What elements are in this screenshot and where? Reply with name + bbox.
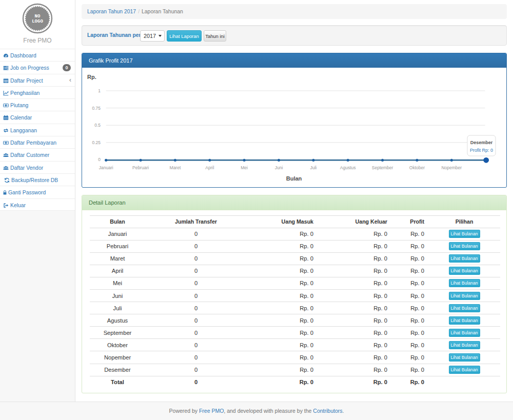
svg-text:Nopember: Nopember [441, 165, 462, 170]
svg-text:0.25: 0.25 [92, 140, 101, 145]
svg-text:Rp.: Rp. [87, 74, 96, 80]
svg-text:Agustus: Agustus [340, 165, 356, 170]
svg-text:Desember: Desember [470, 140, 493, 145]
svg-text:Juni: Juni [275, 165, 283, 170]
svg-text:September: September [372, 165, 393, 170]
svg-text:Bulan: Bulan [286, 175, 302, 182]
svg-text:Profit Rp: 0: Profit Rp: 0 [470, 148, 493, 153]
svg-text:LOGO: LOGO [32, 19, 43, 24]
svg-text:Mei: Mei [241, 165, 248, 170]
svg-text:Pebruari: Pebruari [132, 165, 149, 170]
svg-text:Januari: Januari [99, 165, 113, 170]
svg-text:NO: NO [35, 14, 41, 19]
svg-text:April: April [205, 165, 214, 170]
svg-text:0: 0 [98, 157, 101, 162]
svg-text:0.75: 0.75 [92, 106, 101, 111]
svg-text:1: 1 [98, 88, 101, 93]
svg-text:Maret: Maret [170, 165, 181, 170]
svg-text:Juli: Juli [310, 165, 317, 170]
svg-text:0.5: 0.5 [94, 123, 101, 128]
svg-text:Oktober: Oktober [409, 165, 425, 170]
